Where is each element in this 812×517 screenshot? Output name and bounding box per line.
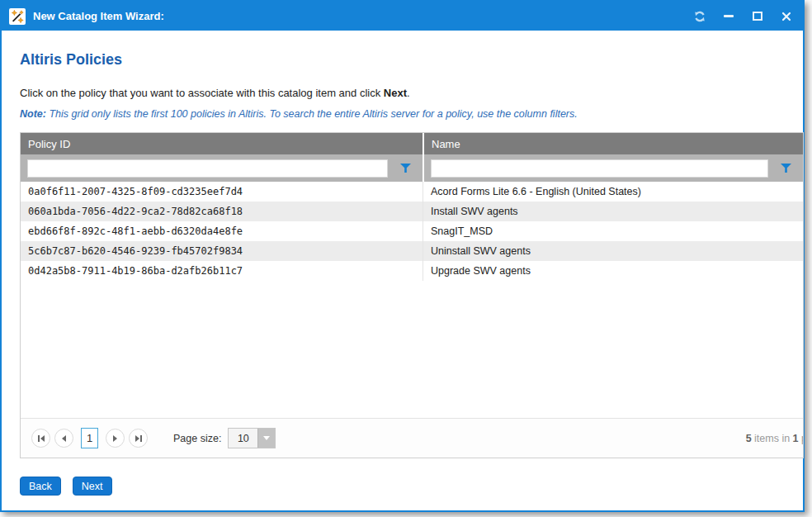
instruction-text: Click on the policy that you want to ass… xyxy=(20,87,803,99)
policy-id-cell: 0d42a5b8-7911-4b19-86ba-d2afb26b11c7 xyxy=(21,261,423,281)
items-count: 5 xyxy=(746,433,752,444)
first-page-icon xyxy=(38,435,40,442)
table-row[interactable]: 060a1bda-7056-4d22-9ca2-78d82ca68f18 Ins… xyxy=(21,202,803,221)
pages-suffix: p xyxy=(799,433,803,444)
items-status: 5 items in 1 p xyxy=(746,433,803,444)
wizard-footer: Back Next xyxy=(20,477,803,496)
table-row[interactable]: 0d42a5b8-7911-4b19-86ba-d2afb26b11c7 Upg… xyxy=(21,261,803,281)
pager: 1 Page size: 10 5 items in 1 p xyxy=(21,418,803,458)
policy-id-cell: 060a1bda-7056-4d22-9ca2-78d82ca68f18 xyxy=(21,202,423,221)
last-page-icon xyxy=(135,435,139,442)
prev-page-button[interactable] xyxy=(54,429,73,448)
maximize-icon xyxy=(753,12,762,21)
policy-id-cell: 5c6b7c87-b620-4546-9239-fb45702f9834 xyxy=(21,241,423,261)
name-cell: Acord Forms Lite 6.6 - English (United S… xyxy=(423,182,803,202)
instruction-prefix: Click on the policy that you want to ass… xyxy=(20,87,384,99)
filter-row xyxy=(21,154,803,182)
name-cell: Install SWV agents xyxy=(423,202,803,221)
table-row[interactable]: 0a0f6f11-2007-4325-8f09-cd3235eef7d4 Aco… xyxy=(21,182,803,202)
page-size-value: 10 xyxy=(229,429,257,448)
page-title: Altiris Policies xyxy=(20,51,803,69)
last-page-button[interactable] xyxy=(129,429,148,448)
close-button[interactable] xyxy=(780,10,793,23)
page-size-dropdown-button[interactable] xyxy=(257,429,275,448)
back-button[interactable]: Back xyxy=(20,477,61,496)
wizard-content: Altiris Policies Click on the policy tha… xyxy=(2,51,803,496)
policies-grid: Policy ID Name xyxy=(20,132,804,458)
column-header-name[interactable]: Name xyxy=(423,133,803,154)
first-page-button[interactable] xyxy=(31,429,50,448)
maximize-button[interactable] xyxy=(751,10,764,23)
next-page-icon xyxy=(113,435,117,442)
last-page-icon xyxy=(140,435,142,442)
instruction-next-keyword: Next xyxy=(384,87,407,99)
minimize-icon xyxy=(724,15,734,17)
instruction-suffix: . xyxy=(407,87,410,99)
items-status-text: items in xyxy=(752,433,793,444)
name-cell: Upgrade SWV agents xyxy=(423,261,803,281)
titlebar: New Catalog Item Wizard: xyxy=(2,2,803,31)
name-filter-cell xyxy=(423,154,803,182)
page-size-label: Page size: xyxy=(173,433,221,444)
prev-page-icon xyxy=(62,435,66,442)
current-page-button[interactable]: 1 xyxy=(81,428,98,448)
refresh-icon xyxy=(693,10,706,23)
table-row[interactable]: 5c6b7c87-b620-4546-9239-fb45702f9834 Uni… xyxy=(21,241,803,261)
grid-header: Policy ID Name xyxy=(21,133,803,154)
next-button[interactable]: Next xyxy=(73,477,112,496)
wizard-app-icon xyxy=(9,8,26,25)
minimize-button[interactable] xyxy=(722,10,735,23)
grid-empty-area xyxy=(21,281,803,418)
note-label: Note: xyxy=(20,108,46,120)
filter-funnel-icon xyxy=(781,164,791,173)
note-text: Note: This grid only lists the first 100… xyxy=(20,108,803,120)
note-body: This grid only lists the first 100 polic… xyxy=(46,108,578,120)
column-header-policy-id[interactable]: Policy ID xyxy=(21,133,423,154)
policy-id-cell: 0a0f6f11-2007-4325-8f09-cd3235eef7d4 xyxy=(21,182,423,202)
close-icon xyxy=(781,12,791,21)
refresh-button[interactable] xyxy=(693,10,706,23)
table-row[interactable]: ebd66f8f-892c-48f1-aebb-d6320da4e8fe Sna… xyxy=(21,221,803,241)
first-page-icon xyxy=(40,435,45,442)
window-title: New Catalog Item Wizard: xyxy=(33,10,164,22)
policy-id-filter-cell xyxy=(21,154,423,182)
chevron-down-icon xyxy=(263,436,270,440)
name-filter-input[interactable] xyxy=(431,159,768,178)
name-cell: SnagIT_MSD xyxy=(423,221,803,241)
window-controls xyxy=(693,10,793,23)
policy-id-cell: ebd66f8f-892c-48f1-aebb-d6320da4e8fe xyxy=(21,221,423,241)
pages-count: 1 xyxy=(793,433,799,444)
name-filter-button[interactable] xyxy=(768,159,803,178)
wizard-window: New Catalog Item Wizard: xyxy=(0,0,805,512)
policy-id-filter-button[interactable] xyxy=(388,159,423,178)
name-cell: Uninstall SWV agents xyxy=(423,241,803,261)
filter-funnel-icon xyxy=(400,164,411,173)
policy-id-filter-input[interactable] xyxy=(27,159,388,178)
next-page-button[interactable] xyxy=(106,429,125,448)
page-size-select[interactable]: 10 xyxy=(228,428,276,448)
